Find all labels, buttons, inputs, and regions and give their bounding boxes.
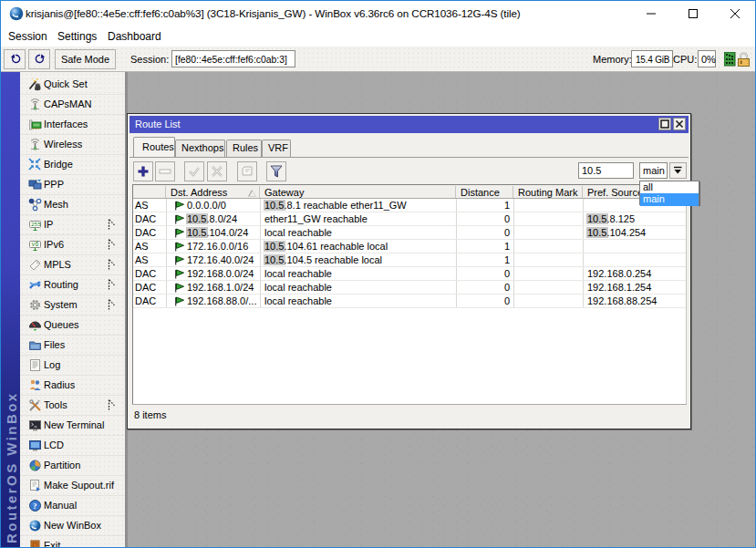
svg-text:v6: v6 bbox=[32, 242, 39, 248]
svg-text:255: 255 bbox=[31, 222, 41, 228]
svg-text:?: ? bbox=[33, 501, 37, 511]
